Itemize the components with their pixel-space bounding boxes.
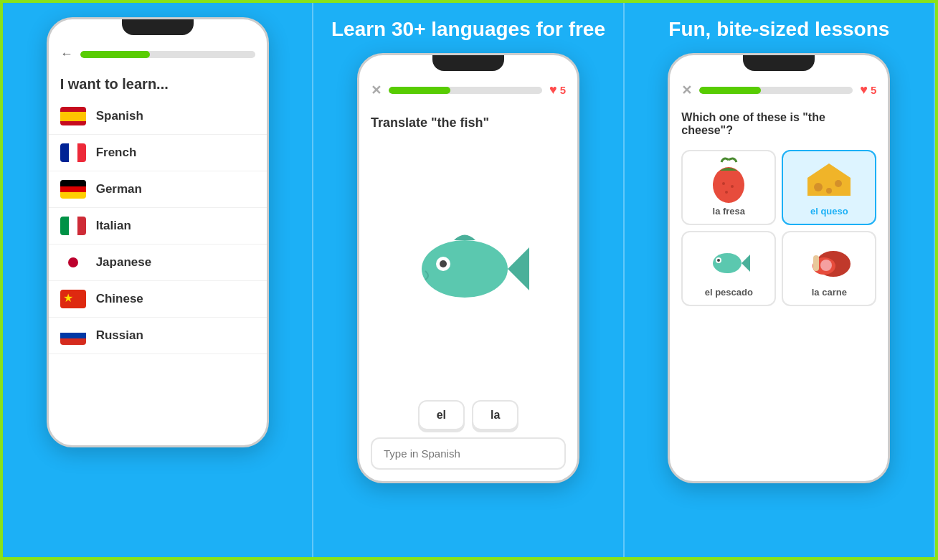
svg-point-6 (731, 185, 734, 188)
phone-mockup-3: ✕ ♥ 5 Which one of these is "the cheese"… (668, 53, 890, 483)
word-button-el[interactable]: el (418, 400, 465, 430)
panel-title-3: Fun, bite-sized lessons (668, 17, 889, 42)
quiz-card-fish[interactable]: el pescado (681, 231, 776, 306)
svg-point-11 (826, 188, 832, 194)
exercise-progress-bar (389, 87, 542, 94)
panel-language-list: ← I want to learn... Spanish French Germ… (3, 3, 313, 557)
spanish-input[interactable] (371, 437, 566, 470)
quiz-card-meat[interactable]: la carne (782, 231, 876, 306)
phone-content-1: ← I want to learn... Spanish French Germ… (49, 19, 267, 445)
phone-notch-3 (743, 55, 815, 71)
close-icon-quiz[interactable]: ✕ (681, 82, 692, 98)
exercise-question: Translate "the fish" (371, 115, 566, 130)
list-item[interactable]: German (49, 171, 267, 208)
language-name-japanese: Japanese (96, 255, 152, 270)
quiz-lives-count: 5 (871, 84, 876, 96)
strawberry-svg (709, 156, 749, 203)
flag-japanese (60, 253, 86, 272)
cheese-illustration (800, 158, 858, 201)
heart-icon: ♥ (549, 82, 557, 98)
progress-bar-container (80, 51, 255, 58)
lives-indicator: ♥ 5 (549, 82, 566, 98)
svg-point-7 (725, 191, 728, 194)
svg-marker-1 (508, 247, 529, 290)
fish-svg (397, 215, 540, 315)
exercise-progress-fill (389, 87, 450, 94)
quiz-progress-bar (699, 87, 853, 94)
svg-rect-19 (813, 255, 819, 271)
quiz-card-cheese[interactable]: el queso (782, 150, 876, 225)
quiz-grid: la fresa el queso (670, 144, 888, 312)
flag-italian (60, 217, 86, 235)
phone-mockup-1: ← I want to learn... Spanish French Germ… (47, 17, 269, 447)
quiz-lives-indicator: ♥ 5 (860, 82, 876, 98)
list-item[interactable]: Spanish (49, 98, 267, 135)
language-name-french: French (96, 146, 137, 160)
svg-point-9 (814, 183, 823, 191)
svg-point-15 (717, 259, 720, 262)
svg-point-3 (440, 260, 447, 267)
back-arrow-icon[interactable]: ← (60, 47, 73, 62)
phone-mockup-2: ✕ ♥ 5 Translate "the fish" (357, 53, 579, 483)
fish-small-svg (706, 243, 752, 279)
language-name-spanish: Spanish (96, 109, 143, 123)
svg-point-0 (422, 240, 508, 298)
meat-illustration (800, 239, 858, 283)
language-name-german: German (96, 182, 142, 196)
phone-content-2: ✕ ♥ 5 Translate "the fish" (359, 55, 577, 481)
panel-quiz: Fun, bite-sized lessons ✕ ♥ 5 Which one … (625, 3, 935, 557)
list-item[interactable]: French (49, 135, 267, 171)
close-icon[interactable]: ✕ (371, 82, 382, 98)
phone-header-bar-1: ← (49, 41, 267, 67)
card-label-strawberry: la fresa (713, 206, 746, 217)
card-label-cheese: el queso (810, 206, 848, 217)
quiz-progress-fill (699, 87, 761, 94)
svg-point-4 (713, 167, 744, 203)
lives-count: 5 (560, 84, 566, 96)
quiz-card-strawberry[interactable]: la fresa (681, 150, 776, 225)
quiz-question: Which one of these is "the cheese"? (670, 104, 888, 144)
meat-svg (806, 241, 853, 280)
cheese-svg (804, 160, 854, 199)
svg-point-12 (713, 253, 742, 273)
heart-icon-quiz: ♥ (860, 82, 868, 98)
learn-title: I want to learn... (49, 67, 267, 98)
phone-content-3: ✕ ♥ 5 Which one of these is "the cheese"… (670, 55, 888, 481)
exercise-header: ✕ ♥ 5 (359, 77, 577, 104)
panel-title-2: Learn 30+ languages for free (331, 17, 605, 42)
progress-bar-fill (80, 51, 151, 58)
list-item[interactable]: Chinese (49, 281, 267, 318)
svg-point-10 (835, 180, 842, 187)
card-label-meat: la carne (812, 287, 847, 298)
quiz-header: ✕ ♥ 5 (670, 77, 888, 104)
list-item[interactable]: Japanese (49, 245, 267, 281)
svg-marker-13 (742, 255, 750, 272)
fish-illustration (371, 142, 566, 389)
fish-small-illustration (700, 239, 757, 283)
language-name-italian: Italian (96, 219, 131, 233)
strawberry-illustration (700, 158, 757, 201)
flag-french (60, 143, 86, 162)
flag-german (60, 180, 86, 199)
svg-point-5 (722, 182, 725, 185)
phone-notch-1 (122, 19, 194, 35)
flag-chinese (60, 290, 86, 308)
card-label-fish: el pescado (705, 287, 753, 298)
flag-russian (60, 326, 86, 345)
svg-point-18 (820, 260, 832, 271)
language-name-russian: Russian (96, 328, 143, 343)
word-button-la[interactable]: la (472, 400, 518, 430)
phone-notch-2 (432, 55, 504, 71)
flag-spanish (60, 107, 86, 125)
list-item[interactable]: Italian (49, 208, 267, 245)
language-name-chinese: Chinese (96, 292, 143, 306)
panel-fish-exercise: Learn 30+ languages for free ✕ ♥ 5 Trans… (313, 3, 624, 557)
language-list: Spanish French German Italian Japanese (49, 98, 267, 354)
word-buttons: el la (371, 400, 566, 430)
list-item[interactable]: Russian (49, 318, 267, 354)
exercise-body: Translate "the fish" (359, 104, 577, 481)
